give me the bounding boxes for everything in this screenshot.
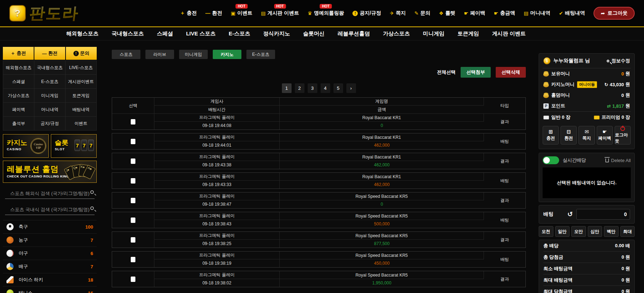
header-link-페이백[interactable]: ☛페이백 bbox=[464, 10, 485, 16]
sport-row-축구[interactable]: 축구100 bbox=[3, 220, 97, 233]
page-next-button[interactable]: › bbox=[346, 83, 356, 93]
header-link-문의[interactable]: ✎문의 bbox=[414, 10, 431, 16]
quick-amount-오만[interactable]: 오만 bbox=[571, 226, 586, 237]
row-checkbox[interactable] bbox=[131, 139, 135, 144]
page-button-1[interactable]: 1 bbox=[282, 83, 292, 93]
nav-item-슬롯머신[interactable]: 슬롯머신 bbox=[303, 30, 325, 37]
panel-button-충전[interactable]: ⊞충전 bbox=[543, 126, 559, 145]
quick-amount-오천[interactable]: 오천 bbox=[539, 226, 553, 237]
row-checkbox[interactable] bbox=[131, 257, 135, 262]
sport-row-야구[interactable]: 야구6 bbox=[3, 246, 97, 260]
sidebar-item-머니내역[interactable]: 머니내역 bbox=[34, 103, 65, 116]
minus-icon: — bbox=[205, 10, 210, 16]
money-move-button[interactable]: 머니이동 bbox=[577, 81, 597, 88]
nav-item-레볼루션홀덤[interactable]: 레볼루션홀덤 bbox=[338, 30, 370, 37]
site-logo[interactable]: ? 판도라 bbox=[9, 3, 79, 24]
panel-button-로그아웃[interactable]: 로그아웃 bbox=[615, 126, 631, 145]
header-link-배팅내역[interactable]: ✔배팅내역 bbox=[559, 10, 585, 16]
casino-banner[interactable]: 카지노 CASINO Casino VIP bbox=[3, 134, 49, 158]
search-overseas-input[interactable] bbox=[5, 188, 95, 199]
header-link-명예의롤링왕[interactable]: HOT♛명예의롤링왕 bbox=[308, 10, 344, 16]
nav-item-정식카지노[interactable]: 정식카지노 bbox=[263, 30, 290, 37]
delete-selected-button[interactable]: 선택삭제 bbox=[496, 67, 526, 78]
edit-info-button[interactable]: 정보수정 bbox=[607, 58, 630, 64]
tab-E-스포츠[interactable]: E-스포츠 bbox=[246, 50, 275, 59]
sport-row-아이스 하키[interactable]: 아이스 하키18 bbox=[3, 273, 97, 286]
panel-button-환전[interactable]: ⊟환전 bbox=[561, 126, 577, 145]
nav-item-국내형스포츠[interactable]: 국내형스포츠 bbox=[111, 30, 144, 37]
live-odds-toggle[interactable] bbox=[543, 156, 559, 164]
row-checkbox[interactable] bbox=[131, 277, 135, 282]
panel-button-페이백[interactable]: ☛페이백 bbox=[597, 126, 613, 145]
row-checkbox[interactable] bbox=[131, 178, 135, 184]
nav-item-LIVE 스포츠[interactable]: LIVE 스포츠 bbox=[186, 30, 216, 37]
key-icon bbox=[606, 59, 610, 63]
nav-item-스페셜[interactable]: 스페셜 bbox=[157, 30, 173, 37]
page-button-3[interactable]: 3 bbox=[308, 83, 317, 93]
search-icon[interactable] bbox=[90, 190, 94, 194]
quick-button-문의[interactable]: !문의 bbox=[66, 47, 97, 60]
tab-미니게임[interactable]: 미니게임 bbox=[179, 50, 208, 59]
header-link-룰렛[interactable]: ❖룰렛 bbox=[439, 10, 456, 16]
sidebar-item-가상스포츠[interactable]: 가상스포츠 bbox=[3, 89, 34, 102]
sidebar-item-토큰게임[interactable]: 토큰게임 bbox=[66, 89, 96, 102]
sidebar-item-해외형스포츠[interactable]: 해외형스포츠 bbox=[3, 61, 34, 74]
panel-button-쪽지[interactable]: ✉쪽지 bbox=[578, 126, 595, 145]
delete-all-button[interactable]: Delete All bbox=[605, 158, 631, 163]
sidebar-item-공지/규정[interactable]: 공지/규정 bbox=[34, 117, 65, 130]
search-icon[interactable] bbox=[90, 206, 94, 210]
nav-item-토큰게임[interactable]: 토큰게임 bbox=[457, 30, 479, 37]
tab-카지노[interactable]: 카지노 bbox=[213, 50, 241, 59]
sidebar-item-LIVE-스포츠[interactable]: LIVE-스포츠 bbox=[66, 61, 96, 74]
page-button-2[interactable]: 2 bbox=[295, 83, 304, 93]
quick-amount-일만[interactable]: 일만 bbox=[555, 226, 570, 237]
nav-item-E-스포츠[interactable]: E-스포츠 bbox=[229, 30, 250, 37]
sidebar-item-미니게임[interactable]: 미니게임 bbox=[34, 89, 65, 102]
search-domestic-input[interactable] bbox=[5, 204, 95, 215]
sport-row-배구[interactable]: 배구7 bbox=[3, 260, 97, 273]
quick-button-환전[interactable]: —환전 bbox=[34, 47, 65, 60]
sidebar-item-페이백[interactable]: 페이백 bbox=[3, 103, 34, 116]
sidebar-item-국내형스포츠[interactable]: 국내형스포츠 bbox=[34, 61, 65, 74]
logout-button[interactable]: ➦로그아웃 bbox=[593, 7, 635, 20]
sidebar-item-스페셜[interactable]: 스페셜 bbox=[3, 75, 34, 88]
header-link-이벤트[interactable]: HOT▣이벤트 bbox=[231, 10, 252, 16]
tab-라이브[interactable]: 라이브 bbox=[145, 50, 174, 59]
sport-row-농구[interactable]: 농구7 bbox=[3, 233, 97, 246]
row-checkbox[interactable] bbox=[131, 119, 135, 124]
tab-스포츠[interactable]: 스포츠 bbox=[112, 50, 140, 59]
header-link-충전[interactable]: ＋충전 bbox=[180, 10, 197, 16]
sidebar-item-E-스포츠[interactable]: E-스포츠 bbox=[34, 75, 65, 88]
sidebar-item-이벤트[interactable]: 이벤트 bbox=[66, 117, 96, 130]
header-link-충금액[interactable]: ☛충금액 bbox=[494, 10, 515, 16]
sidebar-item-배팅내역[interactable]: 배팅내역 bbox=[66, 103, 96, 116]
header-link-머니내역[interactable]: ▤머니내역 bbox=[524, 10, 550, 16]
quick-button-충전[interactable]: ＋충전 bbox=[3, 47, 34, 60]
header-link-공지/규정[interactable]: !공지/규정 bbox=[352, 10, 381, 16]
nav-item-가상스포츠[interactable]: 가상스포츠 bbox=[383, 30, 410, 37]
quick-amount-십만[interactable]: 십만 bbox=[588, 226, 602, 237]
header-link-환전[interactable]: —환전 bbox=[205, 10, 222, 16]
quick-amount-최대[interactable]: 최대 bbox=[620, 226, 635, 237]
sidebar-item-출석부[interactable]: 출석부 bbox=[3, 117, 34, 130]
nav-item-게시판 이벤트[interactable]: 게시판 이벤트 bbox=[492, 30, 526, 37]
slot-banner[interactable]: 슬롯 SLOT 777 bbox=[51, 134, 97, 158]
row-checkbox[interactable] bbox=[131, 198, 135, 203]
refresh-icon[interactable]: ↺ bbox=[567, 210, 573, 218]
row-checkbox[interactable] bbox=[131, 218, 135, 223]
nav-item-해외형스포츠[interactable]: 해외형스포츠 bbox=[66, 30, 98, 37]
page-button-5[interactable]: 5 bbox=[333, 83, 343, 93]
header-link-게시판 이벤트[interactable]: HOT▤게시판 이벤트 bbox=[261, 10, 299, 16]
page-button-4[interactable]: 4 bbox=[321, 83, 330, 93]
holdem-banner[interactable]: 레볼루션 홀덤 CHECK OUT CASINO ROLLING KING J♥… bbox=[3, 161, 97, 183]
bet-amount-input[interactable] bbox=[576, 209, 630, 220]
sport-row-테니스[interactable]: 테니스16 bbox=[3, 286, 97, 293]
select-all-button[interactable]: 전체선택 bbox=[437, 69, 456, 75]
header-link-쪽지[interactable]: ✈쪽지 bbox=[390, 10, 406, 16]
row-checkbox[interactable] bbox=[131, 158, 135, 164]
nav-item-미니게임[interactable]: 미니게임 bbox=[423, 30, 444, 37]
sidebar-item-게시판이벤트[interactable]: 게시판이벤트 bbox=[66, 75, 96, 88]
attach-selected-button[interactable]: 선택첨부 bbox=[461, 67, 491, 78]
quick-amount-백만[interactable]: 백만 bbox=[604, 226, 619, 237]
row-checkbox[interactable] bbox=[131, 237, 135, 243]
